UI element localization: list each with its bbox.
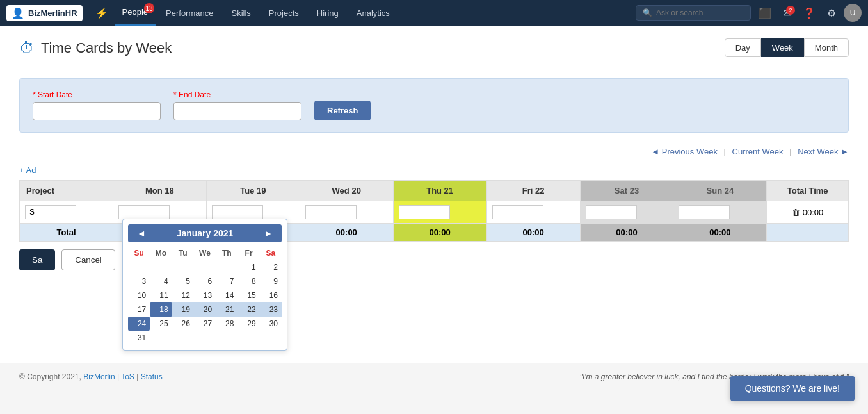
sun-cell — [673, 201, 767, 224]
navbar: 👤 BizMerlinHR ⚡ People 13 Performance Sk… — [0, 0, 868, 26]
nav-people[interactable]: People 13 — [115, 0, 156, 26]
logo[interactable]: 👤 BizMerlinHR — [6, 5, 83, 21]
tue-input[interactable] — [212, 205, 263, 219]
cal-day[interactable]: 10 — [128, 288, 150, 302]
logo-text: BizMerlinHR — [28, 8, 77, 18]
month-view-btn[interactable]: Month — [804, 38, 849, 57]
cal-day[interactable]: 9 — [260, 274, 282, 288]
project-cell — [20, 201, 113, 224]
cal-day[interactable]: 15 — [237, 288, 259, 302]
cal-day[interactable]: 2 — [260, 260, 282, 274]
stack-icon-btn[interactable]: ⬛ — [755, 7, 775, 19]
cal-day[interactable]: 22 — [237, 302, 259, 317]
cal-day[interactable]: 28 — [216, 317, 237, 331]
cal-day[interactable]: 25 — [150, 317, 172, 331]
nav-projects[interactable]: Projects — [261, 0, 307, 26]
add-row-link[interactable]: + Ad — [19, 165, 849, 175]
total-sun: 00:00 — [673, 224, 767, 242]
page-header: ⏱ Time Cards by Week Day Week Month — [19, 38, 849, 65]
cal-day[interactable]: 6 — [194, 274, 216, 288]
search-icon: 🔍 — [643, 8, 652, 17]
col-fri: Fri 22 — [486, 181, 580, 201]
search-box[interactable]: 🔍 — [636, 5, 751, 21]
cal-day[interactable]: 11 — [150, 288, 172, 302]
cal-day[interactable]: 7 — [216, 274, 237, 288]
cal-day[interactable]: 18 — [150, 302, 172, 317]
help-icon-btn[interactable]: ❓ — [799, 7, 819, 19]
calendar-dropdown: ◄ January 2021 ► Su Mo Tu We Th Fr Sa — [122, 219, 287, 351]
nav-hiring[interactable]: Hiring — [309, 0, 346, 26]
end-date-input[interactable]: 2021-01-24 — [173, 102, 301, 120]
cal-day[interactable]: 23 — [260, 302, 282, 317]
cal-day[interactable]: 24 — [128, 317, 150, 331]
col-sat: Sat 23 — [580, 181, 673, 201]
week-view-btn[interactable]: Week — [761, 38, 804, 57]
biz-link[interactable]: BizMerlin — [83, 372, 115, 381]
lightning-icon[interactable]: ⚡ — [92, 7, 112, 19]
cal-day[interactable]: 13 — [194, 288, 216, 302]
thu-input[interactable] — [399, 205, 450, 219]
cal-day[interactable]: 1 — [237, 260, 259, 274]
chat-bubble[interactable]: Questions? We are live! — [730, 376, 855, 390]
next-week-btn[interactable]: Next Week ► — [798, 147, 849, 156]
search-input[interactable] — [656, 8, 746, 17]
nav-skills[interactable]: Skills — [223, 0, 258, 26]
current-week-btn[interactable]: Current Week — [732, 147, 784, 156]
prev-week-btn[interactable]: ◄ Previous Week — [651, 147, 718, 156]
cal-day — [172, 331, 194, 345]
project-input[interactable] — [25, 205, 76, 219]
cal-day[interactable]: 21 — [216, 302, 237, 317]
cal-day — [194, 260, 216, 274]
nav-analytics[interactable]: Analytics — [349, 0, 398, 26]
cal-prev-btn[interactable]: ◄ — [134, 228, 149, 238]
cal-month-label: January 2021 — [177, 228, 234, 238]
sat-input[interactable] — [586, 205, 637, 219]
mail-icon-btn[interactable]: ✉ 2 — [779, 7, 795, 19]
end-date-label: * End Date — [173, 90, 301, 99]
total-sat: 00:00 — [580, 224, 673, 242]
tos-link[interactable]: ToS — [121, 372, 134, 381]
cal-day — [150, 260, 172, 274]
cal-day[interactable]: 30 — [260, 317, 282, 331]
sun-input[interactable] — [679, 205, 730, 219]
col-project: Project — [20, 181, 113, 201]
cal-day[interactable]: 27 — [194, 317, 216, 331]
settings-icon-btn[interactable]: ⚙ — [823, 7, 840, 19]
user-avatar[interactable]: U — [844, 4, 862, 22]
cal-day[interactable]: 29 — [237, 317, 259, 331]
cal-day[interactable]: 16 — [260, 288, 282, 302]
cal-day[interactable]: 26 — [172, 317, 194, 331]
cal-weekday-we: We — [194, 246, 216, 260]
mon-input[interactable] — [118, 205, 170, 219]
cal-day[interactable]: 5 — [172, 274, 194, 288]
cal-day[interactable]: 12 — [172, 288, 194, 302]
save-button[interactable]: Sa — [19, 249, 55, 270]
start-date-label: * Start Date — [33, 90, 161, 99]
refresh-button[interactable]: Refresh — [314, 101, 371, 120]
cal-day[interactable]: 19 — [172, 302, 194, 317]
cancel-button[interactable]: Cancel — [61, 249, 115, 270]
cal-day[interactable]: 4 — [150, 274, 172, 288]
fri-input[interactable] — [492, 205, 543, 219]
cal-next-btn[interactable]: ► — [261, 228, 275, 238]
cal-day — [150, 331, 172, 345]
cal-weekday-fr: Fr — [237, 246, 259, 260]
cal-day[interactable]: 20 — [194, 302, 216, 317]
add-icon: + — [19, 165, 24, 175]
cal-day[interactable]: 31 — [128, 331, 150, 345]
day-view-btn[interactable]: Day — [725, 38, 761, 57]
status-link[interactable]: Status — [141, 372, 163, 381]
people-badge: 13 — [144, 3, 154, 13]
nav-performance[interactable]: Performance — [158, 0, 221, 26]
cal-day — [216, 331, 237, 345]
start-date-input[interactable]: 2021-01-18 — [33, 102, 161, 120]
cal-day[interactable]: 3 — [128, 274, 150, 288]
cal-day[interactable]: 8 — [237, 274, 259, 288]
logo-icon: 👤 — [12, 7, 24, 19]
cal-day[interactable]: 17 — [128, 302, 150, 317]
cal-weekday-th: Th — [216, 246, 237, 260]
cal-day — [172, 260, 194, 274]
cal-day[interactable]: 14 — [216, 288, 237, 302]
wed-input[interactable] — [305, 205, 357, 219]
total-time-cell: 🗑 00:00 — [767, 201, 849, 224]
